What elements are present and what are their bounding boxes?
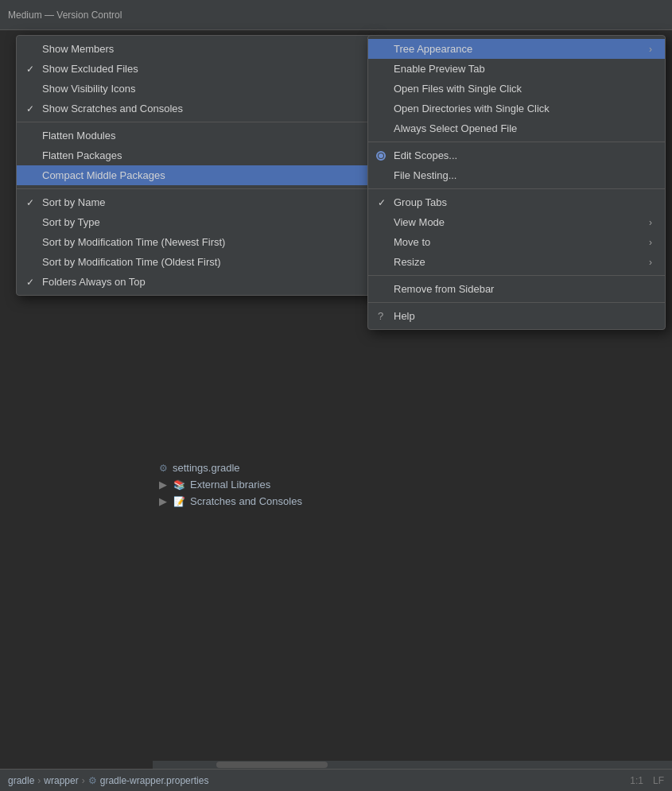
menu-item-tree-appearance[interactable]: Tree Appearance › bbox=[368, 39, 665, 59]
menu-item-label: Tree Appearance bbox=[394, 43, 472, 55]
menu-item-sort-by-name[interactable]: Sort by Name bbox=[17, 192, 373, 212]
app-title: Medium — Version Control bbox=[8, 10, 122, 21]
menu-item-label: Resize bbox=[394, 256, 425, 268]
submenu-arrow-icon: › bbox=[649, 217, 652, 228]
menu-item-folders-always-on-top[interactable]: Folders Always on Top bbox=[17, 272, 373, 292]
top-bar: Medium — Version Control bbox=[0, 0, 672, 30]
menu-item-open-files-single-click[interactable]: Open Files with Single Click bbox=[368, 79, 665, 99]
help-question-icon: ? bbox=[378, 310, 383, 322]
scratches-icon: 📝 bbox=[173, 496, 185, 507]
scrollbar-thumb[interactable] bbox=[216, 762, 328, 768]
line-ending: LF bbox=[653, 775, 664, 786]
menu-item-label: Flatten Packages bbox=[42, 149, 122, 161]
menu-item-resize[interactable]: Resize › bbox=[368, 252, 665, 272]
menu-item-always-select-opened[interactable]: Always Select Opened File bbox=[368, 118, 665, 138]
menu-item-label: Compact Middle Packages bbox=[42, 169, 165, 181]
submenu-arrow-icon: › bbox=[649, 44, 652, 55]
status-bar: gradle › wrapper › ⚙ gradle-wrapper.prop… bbox=[0, 769, 672, 791]
menu-item-sort-by-mod-oldest[interactable]: Sort by Modification Time (Oldest First) bbox=[17, 252, 373, 272]
file-icon: ⚙ bbox=[159, 463, 168, 474]
cursor-position: 1:1 bbox=[630, 775, 643, 786]
separator-1 bbox=[17, 122, 373, 122]
breadcrumb-sep2: › bbox=[82, 775, 85, 786]
menu-item-show-excluded-files[interactable]: Show Excluded Files bbox=[17, 59, 373, 79]
menu-item-label: Show Visibility Icons bbox=[42, 83, 136, 95]
tree-item-label: Scratches and Consoles bbox=[190, 495, 302, 507]
menu-item-label: Always Select Opened File bbox=[394, 122, 517, 134]
tree-item-label: settings.gradle bbox=[173, 462, 240, 474]
menu-item-label: Sort by Type bbox=[42, 216, 100, 228]
menu-item-label: Edit Scopes... bbox=[394, 149, 457, 161]
menu-item-show-visibility-icons[interactable]: Show Visibility Icons bbox=[17, 79, 373, 99]
menu-item-remove-from-sidebar[interactable]: Remove from Sidebar bbox=[368, 279, 665, 299]
breadcrumb-sep1: › bbox=[37, 775, 41, 786]
library-icon: 📚 bbox=[173, 479, 185, 490]
menu-item-label: Folders Always on Top bbox=[42, 276, 146, 288]
menu-item-file-nesting[interactable]: File Nesting... bbox=[368, 165, 665, 185]
separator-r2 bbox=[368, 188, 665, 189]
menu-item-label: View Mode bbox=[394, 216, 445, 228]
tree-item-scratches[interactable]: ▶ 📝 Scratches and Consoles bbox=[127, 493, 477, 510]
separator-2 bbox=[17, 188, 373, 189]
menu-item-label: Flatten Modules bbox=[42, 130, 116, 142]
breadcrumb-file: gradle-wrapper.properties bbox=[100, 775, 209, 786]
menu-item-label: Sort by Modification Time (Oldest First) bbox=[42, 256, 221, 268]
menu-item-open-dirs-single-click[interactable]: Open Directories with Single Click bbox=[368, 99, 665, 118]
menu-item-group-tabs[interactable]: Group Tabs bbox=[368, 192, 665, 212]
menu-item-compact-middle-packages[interactable]: Compact Middle Packages bbox=[17, 165, 373, 185]
radio-icon bbox=[376, 151, 386, 161]
menu-item-label: Enable Preview Tab bbox=[394, 63, 485, 75]
menu-item-label: Open Directories with Single Click bbox=[394, 103, 550, 114]
separator-r1 bbox=[368, 142, 665, 142]
separator-r4 bbox=[368, 302, 665, 303]
breadcrumb-wrapper: wrapper bbox=[44, 775, 78, 786]
menu-item-sort-by-type[interactable]: Sort by Type bbox=[17, 212, 373, 232]
menu-item-sort-by-mod-newest[interactable]: Sort by Modification Time (Newest First) bbox=[17, 232, 373, 252]
menu-item-label: Group Tabs bbox=[394, 196, 447, 208]
menu-item-move-to[interactable]: Move to › bbox=[368, 232, 665, 252]
tree-item-external-libraries[interactable]: ▶ 📚 External Libraries bbox=[127, 476, 477, 493]
expand-arrow-icon: ▶ bbox=[159, 479, 167, 490]
menu-item-label: Help bbox=[394, 310, 415, 322]
context-menu-left: Show Members Show Excluded Files Show Vi… bbox=[16, 35, 374, 296]
breadcrumb: gradle › wrapper › ⚙ gradle-wrapper.prop… bbox=[8, 775, 208, 786]
tree-item-settings-gradle[interactable]: ⚙ settings.gradle bbox=[127, 459, 477, 476]
menu-item-label: File Nesting... bbox=[394, 169, 456, 181]
menu-item-flatten-packages[interactable]: Flatten Packages bbox=[17, 145, 373, 165]
menu-item-edit-scopes[interactable]: Edit Scopes... bbox=[368, 145, 665, 165]
menu-item-enable-preview-tab[interactable]: Enable Preview Tab bbox=[368, 59, 665, 79]
menu-item-label: Show Members bbox=[42, 43, 114, 55]
breadcrumb-gradle: gradle bbox=[8, 775, 34, 786]
menu-item-label: Remove from Sidebar bbox=[394, 283, 494, 295]
menu-item-show-scratches[interactable]: Show Scratches and Consoles bbox=[17, 99, 373, 118]
menu-item-label: Sort by Name bbox=[42, 196, 105, 208]
menu-item-view-mode[interactable]: View Mode › bbox=[368, 212, 665, 232]
context-menu-right: Tree Appearance › Enable Preview Tab Ope… bbox=[367, 35, 666, 330]
menu-item-label: Sort by Modification Time (Newest First) bbox=[42, 236, 225, 248]
menu-item-label: Move to bbox=[394, 236, 430, 248]
menu-item-label: Open Files with Single Click bbox=[394, 83, 522, 95]
status-right-info: 1:1 LF bbox=[630, 775, 664, 786]
menu-item-label: Show Scratches and Consoles bbox=[42, 103, 183, 114]
menu-item-help[interactable]: ? Help bbox=[368, 306, 665, 326]
expand-arrow-icon: ▶ bbox=[159, 495, 167, 507]
breadcrumb-gear-icon: ⚙ bbox=[88, 775, 97, 786]
submenu-arrow-icon: › bbox=[649, 237, 652, 248]
horizontal-scrollbar[interactable] bbox=[153, 761, 672, 769]
tree-item-label: External Libraries bbox=[190, 479, 270, 490]
submenu-arrow-icon: › bbox=[649, 257, 652, 268]
menu-item-flatten-modules[interactable]: Flatten Modules bbox=[17, 126, 373, 145]
menu-item-label: Show Excluded Files bbox=[42, 63, 138, 75]
menu-item-show-members[interactable]: Show Members bbox=[17, 39, 373, 59]
separator-r3 bbox=[368, 275, 665, 276]
